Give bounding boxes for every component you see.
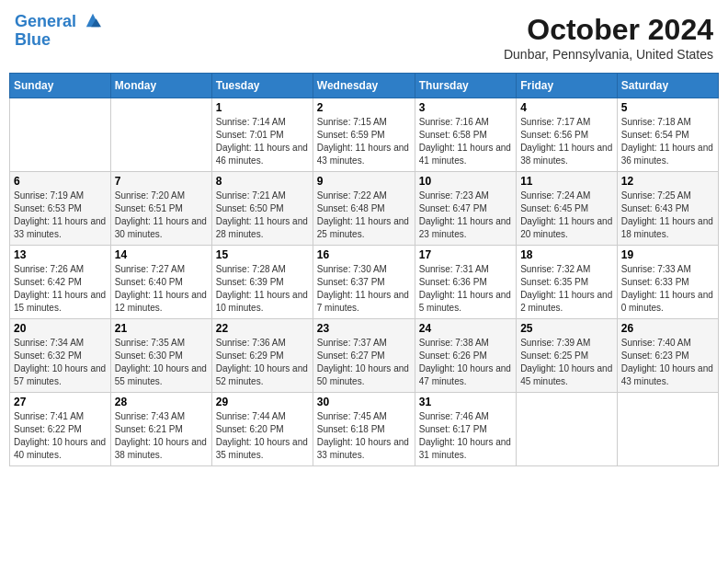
day-info: Sunrise: 7:28 AMSunset: 6:39 PMDaylight:… xyxy=(216,263,309,315)
calendar-cell: 2Sunrise: 7:15 AMSunset: 6:59 PMDaylight… xyxy=(313,98,415,172)
day-info: Sunrise: 7:25 AMSunset: 6:43 PMDaylight:… xyxy=(621,190,714,241)
day-number: 24 xyxy=(419,322,512,335)
calendar-cell xyxy=(110,98,211,172)
day-number: 23 xyxy=(317,322,411,335)
day-number: 15 xyxy=(216,248,309,261)
weekday-header: Saturday xyxy=(617,74,718,98)
weekday-header-row: SundayMondayTuesdayWednesdayThursdayFrid… xyxy=(10,74,719,98)
day-info: Sunrise: 7:15 AMSunset: 6:59 PMDaylight:… xyxy=(317,116,411,167)
day-info: Sunrise: 7:37 AMSunset: 6:27 PMDaylight:… xyxy=(317,337,411,388)
day-number: 8 xyxy=(216,175,309,188)
day-number: 11 xyxy=(520,175,613,188)
day-number: 19 xyxy=(621,248,714,261)
calendar-cell: 8Sunrise: 7:21 AMSunset: 6:50 PMDaylight… xyxy=(211,172,313,246)
day-number: 7 xyxy=(115,175,208,188)
calendar-cell xyxy=(517,393,618,466)
weekday-header: Sunday xyxy=(10,74,111,98)
month-title: October 2024 xyxy=(504,13,713,47)
calendar-cell: 12Sunrise: 7:25 AMSunset: 6:43 PMDayligh… xyxy=(617,172,718,246)
calendar-table: SundayMondayTuesdayWednesdayThursdayFrid… xyxy=(9,73,719,466)
title-block: October 2024 Dunbar, Pennsylvania, Unite… xyxy=(504,13,713,62)
day-info: Sunrise: 7:38 AMSunset: 6:26 PMDaylight:… xyxy=(419,337,512,388)
day-info: Sunrise: 7:26 AMSunset: 6:42 PMDaylight:… xyxy=(14,263,107,315)
weekday-header: Monday xyxy=(110,74,211,98)
calendar-cell xyxy=(10,98,111,172)
logo-line2: Blue xyxy=(15,31,103,50)
location: Dunbar, Pennsylvania, United States xyxy=(504,47,713,62)
day-number: 1 xyxy=(216,101,309,114)
calendar-cell: 23Sunrise: 7:37 AMSunset: 6:27 PMDayligh… xyxy=(313,319,415,393)
day-info: Sunrise: 7:39 AMSunset: 6:25 PMDaylight:… xyxy=(520,337,613,388)
day-info: Sunrise: 7:31 AMSunset: 6:36 PMDaylight:… xyxy=(419,263,512,315)
calendar-cell: 24Sunrise: 7:38 AMSunset: 6:26 PMDayligh… xyxy=(415,319,516,393)
calendar-cell: 20Sunrise: 7:34 AMSunset: 6:32 PMDayligh… xyxy=(10,319,111,393)
day-info: Sunrise: 7:24 AMSunset: 6:45 PMDaylight:… xyxy=(520,190,613,241)
calendar-cell: 21Sunrise: 7:35 AMSunset: 6:30 PMDayligh… xyxy=(110,319,211,393)
day-info: Sunrise: 7:21 AMSunset: 6:50 PMDaylight:… xyxy=(216,190,309,241)
day-number: 9 xyxy=(317,175,411,188)
calendar-cell: 31Sunrise: 7:46 AMSunset: 6:17 PMDayligh… xyxy=(415,393,516,466)
calendar-cell: 6Sunrise: 7:19 AMSunset: 6:53 PMDaylight… xyxy=(10,172,111,246)
day-info: Sunrise: 7:43 AMSunset: 6:21 PMDaylight:… xyxy=(115,410,208,462)
calendar-cell: 5Sunrise: 7:18 AMSunset: 6:54 PMDaylight… xyxy=(617,98,718,172)
day-number: 31 xyxy=(419,396,512,408)
day-info: Sunrise: 7:41 AMSunset: 6:22 PMDaylight:… xyxy=(14,410,107,462)
calendar-week-row: 13Sunrise: 7:26 AMSunset: 6:42 PMDayligh… xyxy=(10,246,719,319)
day-info: Sunrise: 7:16 AMSunset: 6:58 PMDaylight:… xyxy=(419,116,512,167)
calendar-week-row: 27Sunrise: 7:41 AMSunset: 6:22 PMDayligh… xyxy=(10,393,719,466)
calendar-cell: 15Sunrise: 7:28 AMSunset: 6:39 PMDayligh… xyxy=(211,246,313,319)
calendar-cell: 14Sunrise: 7:27 AMSunset: 6:40 PMDayligh… xyxy=(110,246,211,319)
day-info: Sunrise: 7:17 AMSunset: 6:56 PMDaylight:… xyxy=(520,116,613,167)
day-number: 25 xyxy=(520,322,613,335)
day-info: Sunrise: 7:19 AMSunset: 6:53 PMDaylight:… xyxy=(14,190,107,241)
day-number: 29 xyxy=(216,396,309,408)
calendar-cell: 10Sunrise: 7:23 AMSunset: 6:47 PMDayligh… xyxy=(415,172,516,246)
calendar-week-row: 20Sunrise: 7:34 AMSunset: 6:32 PMDayligh… xyxy=(10,319,719,393)
day-info: Sunrise: 7:35 AMSunset: 6:30 PMDaylight:… xyxy=(115,337,208,388)
day-number: 16 xyxy=(317,248,411,261)
day-number: 17 xyxy=(419,248,512,261)
calendar-cell: 7Sunrise: 7:20 AMSunset: 6:51 PMDaylight… xyxy=(110,172,211,246)
day-info: Sunrise: 7:20 AMSunset: 6:51 PMDaylight:… xyxy=(115,190,208,241)
calendar-cell: 27Sunrise: 7:41 AMSunset: 6:22 PMDayligh… xyxy=(10,393,111,466)
day-number: 28 xyxy=(115,396,208,408)
day-info: Sunrise: 7:34 AMSunset: 6:32 PMDaylight:… xyxy=(14,337,107,388)
page-header: General Blue October 2024 Dunbar, Pennsy… xyxy=(9,9,719,65)
calendar-cell: 30Sunrise: 7:45 AMSunset: 6:18 PMDayligh… xyxy=(313,393,415,466)
day-number: 3 xyxy=(419,101,512,114)
calendar-cell: 17Sunrise: 7:31 AMSunset: 6:36 PMDayligh… xyxy=(415,246,516,319)
weekday-header: Wednesday xyxy=(313,74,415,98)
calendar-week-row: 6Sunrise: 7:19 AMSunset: 6:53 PMDaylight… xyxy=(10,172,719,246)
day-number: 12 xyxy=(621,175,714,188)
calendar-week-row: 1Sunrise: 7:14 AMSunset: 7:01 PMDaylight… xyxy=(10,98,719,172)
day-number: 27 xyxy=(14,396,107,408)
day-number: 26 xyxy=(621,322,714,335)
calendar-cell: 16Sunrise: 7:30 AMSunset: 6:37 PMDayligh… xyxy=(313,246,415,319)
day-number: 5 xyxy=(621,101,714,114)
weekday-header: Tuesday xyxy=(211,74,313,98)
day-info: Sunrise: 7:45 AMSunset: 6:18 PMDaylight:… xyxy=(317,410,411,462)
day-info: Sunrise: 7:22 AMSunset: 6:48 PMDaylight:… xyxy=(317,190,411,241)
calendar-cell: 29Sunrise: 7:44 AMSunset: 6:20 PMDayligh… xyxy=(211,393,313,466)
day-number: 22 xyxy=(216,322,309,335)
calendar-cell: 1Sunrise: 7:14 AMSunset: 7:01 PMDaylight… xyxy=(211,98,313,172)
calendar-cell: 26Sunrise: 7:40 AMSunset: 6:23 PMDayligh… xyxy=(617,319,718,393)
calendar-cell: 13Sunrise: 7:26 AMSunset: 6:42 PMDayligh… xyxy=(10,246,111,319)
day-number: 30 xyxy=(317,396,411,408)
calendar-cell: 22Sunrise: 7:36 AMSunset: 6:29 PMDayligh… xyxy=(211,319,313,393)
logo-text: General xyxy=(15,13,103,31)
day-info: Sunrise: 7:44 AMSunset: 6:20 PMDaylight:… xyxy=(216,410,309,462)
calendar-cell: 11Sunrise: 7:24 AMSunset: 6:45 PMDayligh… xyxy=(517,172,618,246)
calendar-cell: 19Sunrise: 7:33 AMSunset: 6:33 PMDayligh… xyxy=(617,246,718,319)
calendar-cell: 25Sunrise: 7:39 AMSunset: 6:25 PMDayligh… xyxy=(517,319,618,393)
day-info: Sunrise: 7:23 AMSunset: 6:47 PMDaylight:… xyxy=(419,190,512,241)
day-info: Sunrise: 7:30 AMSunset: 6:37 PMDaylight:… xyxy=(317,263,411,315)
day-info: Sunrise: 7:14 AMSunset: 7:01 PMDaylight:… xyxy=(216,116,309,167)
day-number: 20 xyxy=(14,322,107,335)
weekday-header: Friday xyxy=(517,74,618,98)
calendar-cell: 3Sunrise: 7:16 AMSunset: 6:58 PMDaylight… xyxy=(415,98,516,172)
calendar-cell xyxy=(617,393,718,466)
day-number: 10 xyxy=(419,175,512,188)
day-number: 4 xyxy=(520,101,613,114)
day-number: 2 xyxy=(317,101,411,114)
